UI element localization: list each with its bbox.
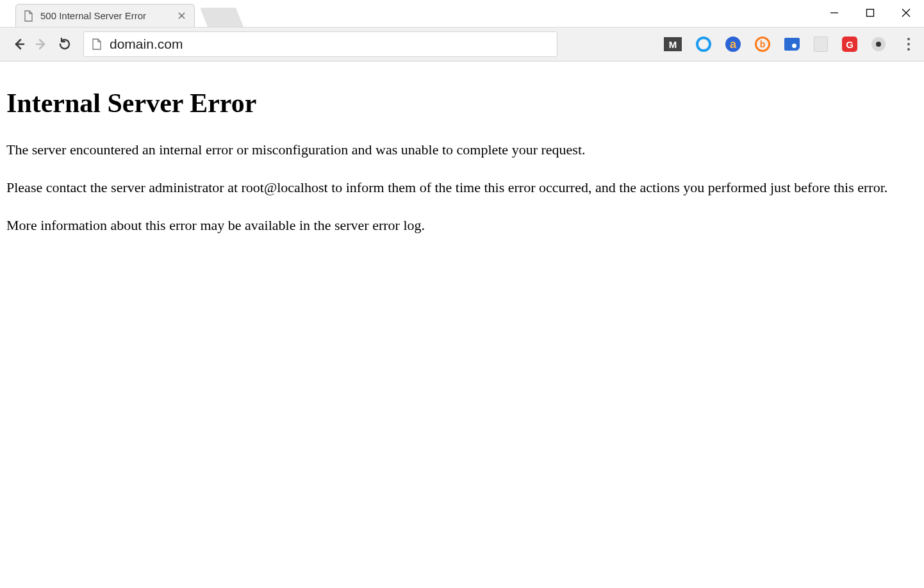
site-info-icon[interactable] — [90, 38, 102, 50]
browser-tab[interactable]: 500 Internal Server Error — [15, 4, 195, 27]
back-button[interactable] — [9, 35, 28, 54]
address-bar[interactable]: domain.com — [83, 31, 557, 57]
tab-title: 500 Internal Server Error — [40, 10, 170, 21]
browser-toolbar: domain.com M a b G — [0, 27, 924, 61]
m-ext-icon[interactable]: M — [664, 37, 682, 51]
red-g-ext-icon[interactable]: G — [842, 37, 857, 52]
tab-strip: 500 Internal Server Error — [0, 4, 924, 27]
gray-box-ext-icon[interactable] — [814, 37, 828, 52]
at-ext-icon[interactable]: a — [725, 37, 741, 52]
blue-flag-ext-icon[interactable] — [784, 38, 800, 51]
error-paragraph-3: More information about this error may be… — [6, 216, 903, 234]
error-paragraph-2: Please contact the server administrator … — [6, 178, 903, 197]
error-paragraph-1: The server encountered an internal error… — [6, 140, 903, 159]
browser-menu-button[interactable] — [900, 35, 918, 53]
page-content: Internal Server Error The server encount… — [0, 62, 924, 588]
blue-ring-ext-icon[interactable] — [696, 37, 711, 52]
orange-ring-ext-icon[interactable]: b — [755, 37, 770, 52]
tab-close-button[interactable] — [176, 11, 186, 21]
dark-dot-ext-icon[interactable] — [871, 37, 886, 51]
new-tab-button[interactable] — [200, 8, 243, 27]
extensions-row: M a b G — [664, 37, 889, 52]
page-heading: Internal Server Error — [6, 88, 918, 118]
forward-button[interactable] — [32, 35, 51, 54]
reload-button[interactable] — [55, 35, 74, 54]
file-icon — [22, 10, 34, 22]
url-text: domain.com — [110, 37, 183, 52]
